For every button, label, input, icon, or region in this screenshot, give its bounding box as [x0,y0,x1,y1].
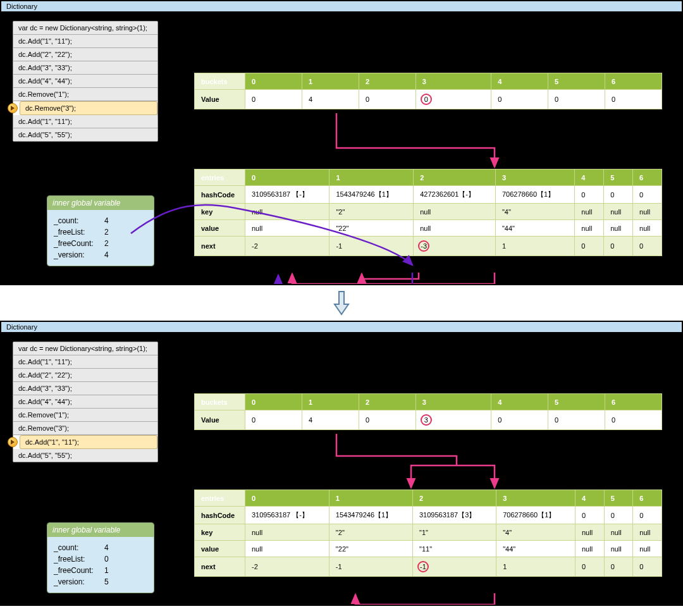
bucket-cell: 0 [245,90,302,109]
entry-cell: 0 [575,237,604,256]
code-line: dc.Add("1", "11"); [13,35,157,48]
entry-cell: "1" [413,524,496,541]
code-list-after: var dc = new Dictionary<string, string>(… [13,342,158,462]
col-header: 4 [575,490,604,507]
code-line: dc.Add("5", "55"); [13,128,157,141]
entry-cell: null [575,541,604,557]
bucket-cell: 0 [359,410,415,430]
bucket-cell: 0 [548,90,605,109]
row-label: next [195,557,245,577]
entry-cell: null [604,204,633,220]
bucket-cell: 0 [415,90,491,109]
code-line: dc.Add("1", "11"); [13,115,157,128]
panel-body-before: var dc = new Dictionary<string, string>(… [1,12,682,284]
col-header: 5 [604,490,633,507]
code-line: var dc = new Dictionary<string, string>(… [13,22,157,35]
col-header: 5 [548,394,605,410]
inner-globals-before: inner global variable _count:4 _freeList… [47,195,154,266]
col-header: 6 [633,169,662,186]
col-header: 2 [414,169,496,186]
entry-cell: 1 [496,557,575,577]
entry-cell: "2" [329,524,412,541]
row-label: Value [195,90,245,109]
panel-title-after: Dictionary [1,322,682,333]
entry-cell: null [414,204,496,220]
buckets-title: buckets [195,73,245,90]
entry-cell: "11" [413,541,496,557]
col-header: 3 [495,169,574,186]
entry-cell: "4" [496,524,575,541]
entry-cell: "22" [329,220,414,237]
col-header: 1 [329,490,412,507]
entry-cell: null [245,524,329,541]
code-line: dc.Add("1", "11"); [13,355,157,369]
buckets-table-after: buckets0123456Value0403000 [194,393,662,430]
col-header: 3 [496,490,575,507]
bucket-cell: 0 [605,410,662,430]
entry-cell: null [604,524,633,541]
entry-cell: null [633,220,662,237]
row-label: value [195,220,245,237]
freecount-val: 2 [104,238,109,249]
entry-cell: -2 [245,557,329,577]
panel-body-after: var dc = new Dictionary<string, string>(… [1,333,682,605]
entry-cell: null [414,220,496,237]
inner-body-before: _count:4 _freeList:2 _freeCount:2 _versi… [47,210,154,266]
dictionary-panel-before: Dictionary var dc = new Dictionary<strin… [0,0,683,285]
entry-cell: "2" [329,204,414,220]
col-header: 2 [359,394,415,410]
bucket-cell: 3 [415,410,491,430]
entry-cell: -3 [414,237,496,256]
code-line: dc.Remove("3"); [20,101,157,115]
col-header: 0 [245,169,329,186]
code-line: dc.Add("2", "22"); [13,369,157,382]
entry-cell: 3109563187【3】 [413,507,496,524]
row-label: Value [195,410,245,430]
code-line: dc.Add("3", "33"); [13,61,157,75]
code-line: dc.Add("4", "44"); [13,75,157,88]
entry-cell: 1543479246【1】 [329,507,412,524]
code-line: dc.Remove("1"); [13,409,157,422]
bucket-cell: 4 [302,90,359,109]
entry-cell: null [575,220,604,237]
entry-cell: null [575,204,604,220]
col-header: 1 [302,73,359,90]
code-list-before: var dc = new Dictionary<string, string>(… [13,21,158,142]
entries-title: entries [195,169,245,186]
entry-cell: 1543479246【1】 [329,186,414,204]
inner-header: inner global variable [47,196,154,210]
code-line: var dc = new Dictionary<string, string>(… [13,342,157,355]
bucket-cell: 0 [491,410,548,430]
entry-cell: null [245,541,329,557]
bucket-cell: 0 [605,90,662,109]
version-val: 4 [104,249,109,261]
freelist-val: 2 [104,226,109,238]
entry-cell: 1 [495,237,574,256]
col-header: 3 [415,394,491,410]
code-line: dc.Add("2", "22"); [13,48,157,61]
entry-cell: null [245,204,329,220]
entry-cell: 0 [604,557,633,577]
col-header: 0 [245,73,302,90]
col-header: 4 [575,169,604,186]
col-header: 4 [491,73,548,90]
entry-cell: 0 [604,507,633,524]
version-val: 5 [104,576,109,588]
col-header: 5 [548,73,605,90]
entry-cell: 0 [575,507,604,524]
inner-body-after: _count:4 _freeList:0 _freeCount:1 _versi… [47,537,154,593]
row-label: key [195,204,245,220]
entry-cell: 0 [633,237,662,256]
entry-cell: "4" [495,204,574,220]
entry-cell: null [633,204,662,220]
row-label: value [195,541,245,557]
code-line: dc.Add("1", "11"); [20,435,157,449]
col-header: 4 [491,394,548,410]
entry-cell: null [604,541,633,557]
col-header: 6 [605,73,662,90]
entry-cell: null [604,220,633,237]
count-val: 4 [104,215,109,226]
entry-cell: 0 [633,186,662,204]
transition-arrow [0,285,683,321]
bucket-cell: 4 [302,410,359,430]
